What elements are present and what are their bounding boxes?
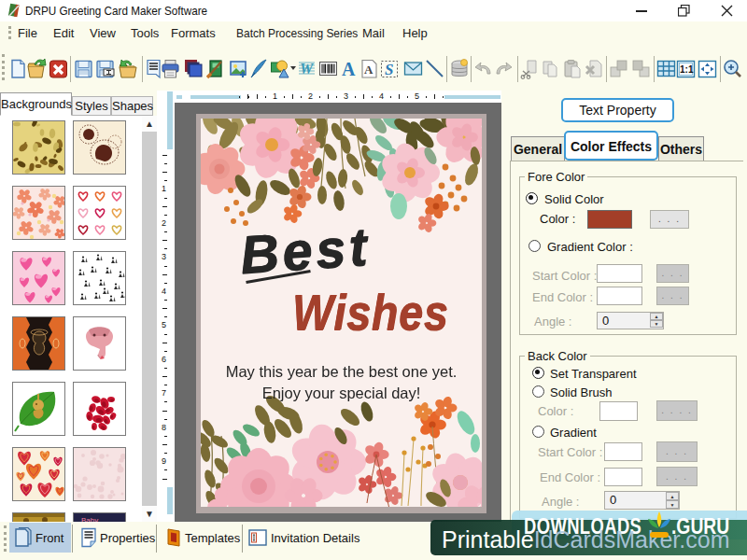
svg-text:1:1: 1:1 [680,64,694,75]
svg-text:A: A [364,63,374,77]
svg-text:A: A [342,59,356,79]
svg-text:S: S [385,61,393,78]
